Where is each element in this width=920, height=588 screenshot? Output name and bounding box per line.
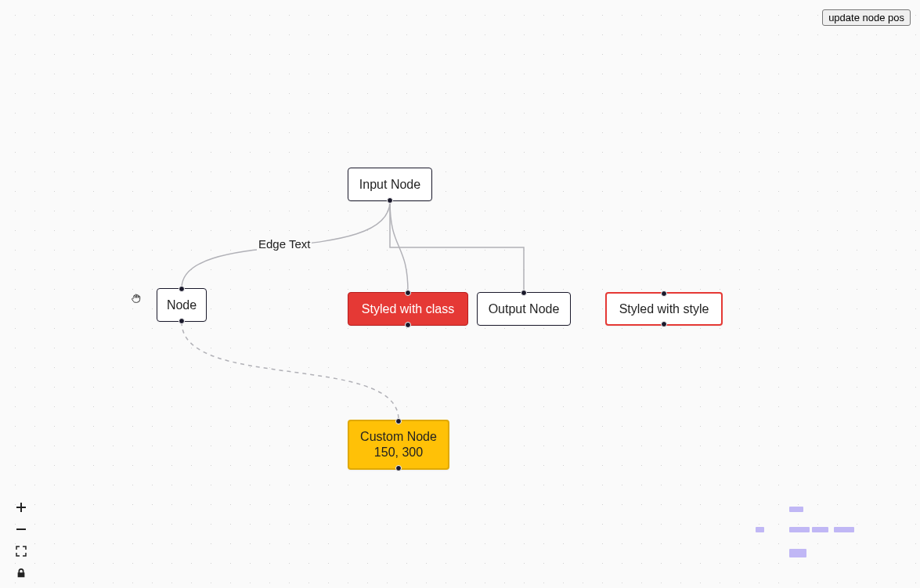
fit-view-button[interactable] [14,544,28,558]
plus-icon [15,501,27,514]
node-output[interactable]: Output Node [477,292,571,326]
controls-panel [14,500,28,580]
node-input[interactable]: Input Node [348,168,432,201]
minimap-node-styled-class [789,527,810,532]
edge-label-text: Edge Text [257,237,312,251]
node-styled-class[interactable]: Styled with class [348,292,468,326]
handle-custom-bottom[interactable] [395,465,402,471]
minimap-node-custom [789,549,806,557]
handle-styled-style-top[interactable] [661,290,667,297]
handle-node-bottom[interactable] [179,318,185,324]
node-output-label: Output Node [489,302,560,316]
handle-node-top[interactable] [179,286,185,292]
lock-button[interactable] [14,566,28,580]
node-styled-class-label: Styled with class [362,302,454,316]
handle-styled-class-bottom[interactable] [405,322,411,328]
handle-custom-top[interactable] [395,418,402,424]
edge-input-to-styled-class [390,201,408,292]
update-node-pos-button[interactable]: update node pos [822,9,911,26]
minimap-node-input [789,507,803,512]
handle-output-top[interactable] [521,290,527,296]
minus-icon [15,523,27,536]
node-input-label: Input Node [359,178,420,192]
node-custom-label-2: 150, 300 [374,445,423,460]
handle-styled-class-top[interactable] [405,290,411,296]
zoom-out-button[interactable] [14,522,28,536]
minimap-node-output [812,527,828,532]
node-basic-label: Node [167,298,197,312]
minimap-node-styled-style [834,527,854,532]
handle-styled-style-bottom[interactable] [661,321,667,327]
lock-icon [16,568,27,579]
minimap-node-node [756,527,764,532]
node-styled-style-label: Styled with style [619,302,709,316]
node-basic[interactable]: Node [157,288,207,322]
handle-input-bottom[interactable] [387,197,393,204]
zoom-in-button[interactable] [14,500,28,514]
grab-cursor-icon [130,292,143,307]
minimap[interactable] [754,485,911,579]
edge-input-to-output [390,201,524,292]
edge-node-to-custom [182,322,399,420]
fit-view-icon [15,545,27,557]
node-custom-label-1: Custom Node [360,429,437,445]
node-custom[interactable]: Custom Node 150, 300 [348,420,449,470]
node-styled-style[interactable]: Styled with style [605,292,723,326]
